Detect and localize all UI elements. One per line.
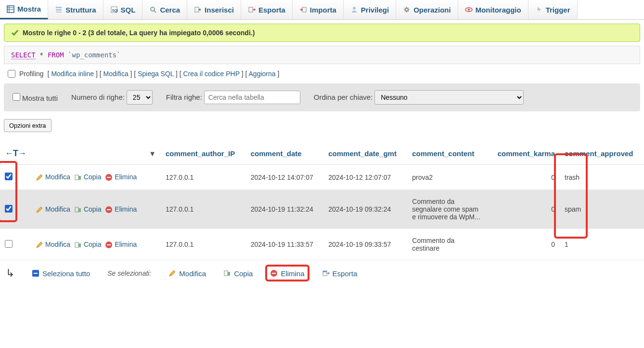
- svg-text:SQL: SQL: [112, 9, 118, 13]
- success-banner: Mostro le righe 0 - 2 (3 del totale, La …: [4, 24, 640, 42]
- svg-rect-22: [75, 207, 78, 212]
- cell-content: prova2: [407, 165, 488, 190]
- table-row: Modifica Copia Elimina127.0.0.12024-10-1…: [0, 165, 644, 190]
- tab-label: Esporta: [258, 6, 285, 14]
- row-checkbox[interactable]: [5, 173, 13, 180]
- bulk-copy-button[interactable]: Copia: [223, 269, 253, 278]
- show-all-checkbox[interactable]: [13, 93, 20, 101]
- operations-icon: [403, 6, 411, 13]
- rows-select[interactable]: 25: [127, 90, 153, 105]
- cell-karma: 0: [488, 190, 560, 229]
- svg-rect-35: [272, 273, 276, 274]
- tab-label: Mostra: [17, 5, 41, 13]
- tab-triggers[interactable]: Trigger: [528, 0, 578, 19]
- tab-label: Trigger: [546, 6, 570, 14]
- tab-label: Privilegi: [361, 6, 389, 14]
- tab-label: SQL: [121, 6, 136, 14]
- col-header[interactable]: comment_content: [407, 143, 488, 165]
- check-icon: [11, 29, 19, 37]
- bulk-delete-button[interactable]: Elimina: [270, 269, 304, 278]
- bulk-edit-button[interactable]: Modifica: [168, 269, 206, 278]
- tab-sql[interactable]: SQL SQL: [103, 0, 143, 19]
- sql-icon: SQL: [110, 6, 118, 13]
- tab-insert[interactable]: Inserisci: [187, 0, 241, 19]
- link-edit-inline[interactable]: Modifica inline: [51, 70, 94, 78]
- sort-select[interactable]: Nessuno: [374, 90, 524, 105]
- triggers-icon: [535, 6, 543, 13]
- export-icon: [248, 6, 256, 13]
- col-header[interactable]: comment_date_gmt: [323, 143, 407, 165]
- copy-icon: [74, 240, 82, 248]
- results-table: ←T→ ▼ comment_author_IP comment_date com…: [0, 143, 644, 260]
- svg-rect-11: [195, 7, 199, 12]
- select-all-link[interactable]: Seleziona tutto: [32, 269, 90, 278]
- col-header[interactable]: comment_author_IP: [161, 143, 246, 165]
- tab-export[interactable]: Esporta: [241, 0, 293, 19]
- link-refresh[interactable]: Aggiorna: [249, 70, 276, 78]
- row-copy-link[interactable]: Copia: [74, 173, 102, 181]
- bulk-export-button[interactable]: Esporta: [322, 269, 358, 278]
- success-text: Mostro le righe 0 - 2 (3 del totale, La …: [23, 29, 255, 37]
- top-tabs: Mostra Struttura SQL SQL Cerca Inserisci…: [0, 0, 644, 20]
- tab-privileges[interactable]: Privilegi: [344, 0, 396, 19]
- row-copy-link[interactable]: Copia: [74, 205, 102, 213]
- tab-search[interactable]: Cerca: [142, 0, 187, 19]
- import-icon: [299, 6, 307, 13]
- cell-date: 2024-10-19 11:32:24: [246, 190, 323, 229]
- row-edit-link[interactable]: Modifica: [36, 205, 70, 213]
- tab-label: Monitoraggio: [476, 6, 521, 14]
- row-edit-link[interactable]: Modifica: [36, 173, 70, 181]
- svg-rect-5: [56, 9, 62, 11]
- link-php[interactable]: Crea il codice PHP: [183, 70, 240, 78]
- svg-rect-18: [75, 175, 78, 180]
- sort-indicator-icon[interactable]: ▼: [149, 149, 156, 158]
- svg-point-17: [468, 9, 470, 11]
- svg-rect-0: [7, 6, 14, 13]
- tab-label: Inserisci: [205, 6, 234, 14]
- svg-rect-13: [302, 7, 306, 12]
- column-nav-arrows[interactable]: ←T→: [5, 148, 26, 158]
- col-header[interactable]: comment_karma: [488, 143, 560, 165]
- col-header[interactable]: comment_approved: [560, 143, 644, 165]
- profiling-label: Profiling: [19, 70, 44, 78]
- link-explain[interactable]: Spiega SQL: [138, 70, 174, 78]
- tab-browse[interactable]: Mostra: [0, 0, 48, 19]
- link-edit[interactable]: Modifica: [103, 70, 129, 78]
- row-checkbox[interactable]: [5, 205, 13, 213]
- svg-rect-23: [78, 208, 81, 212]
- filter-input[interactable]: [204, 91, 300, 104]
- bulk-delete-label: Elimina: [281, 269, 304, 278]
- row-edit-link[interactable]: Modifica: [36, 240, 70, 248]
- row-delete-link[interactable]: Elimina: [105, 173, 137, 181]
- tab-structure[interactable]: Struttura: [48, 0, 103, 19]
- tab-operations[interactable]: Operazioni: [396, 0, 458, 19]
- cell-date: 2024-10-19 11:33:57: [246, 229, 323, 260]
- svg-rect-37: [323, 271, 327, 272]
- row-delete-link[interactable]: Elimina: [105, 240, 137, 248]
- profiling-checkbox[interactable]: [8, 70, 15, 78]
- pencil-icon: [36, 240, 43, 248]
- tab-tracking[interactable]: Monitoraggio: [458, 0, 528, 19]
- row-checkbox[interactable]: [5, 240, 13, 248]
- delete-icon: [105, 205, 113, 213]
- svg-rect-26: [75, 242, 78, 247]
- cell-gmt: 2024-10-12 12:07:07: [323, 165, 407, 190]
- rows-label: Numero di righe:: [71, 93, 125, 101]
- row-copy-link[interactable]: Copia: [74, 240, 102, 248]
- sql-query-box: SELECT * FROM `wp_comments`: [4, 46, 640, 64]
- cell-approved: trash: [560, 165, 644, 190]
- tab-label: Importa: [310, 6, 336, 14]
- sql-select: SELECT: [11, 51, 36, 59]
- col-header[interactable]: comment_date: [246, 143, 323, 165]
- cell-karma: 0: [488, 165, 560, 190]
- extra-options-button[interactable]: Opzioni extra: [4, 119, 52, 132]
- row-delete-link[interactable]: Elimina: [105, 205, 137, 213]
- insert-icon: [194, 6, 202, 13]
- tab-label: Cerca: [160, 6, 180, 14]
- cell-karma: 0: [488, 229, 560, 260]
- profiling-bar: Profiling [ Modifica inline ] [ Modifica…: [4, 68, 640, 80]
- svg-rect-25: [107, 209, 111, 210]
- cell-ip: 127.0.0.1: [161, 190, 246, 229]
- svg-rect-31: [34, 273, 38, 274]
- tab-import[interactable]: Importa: [293, 0, 344, 19]
